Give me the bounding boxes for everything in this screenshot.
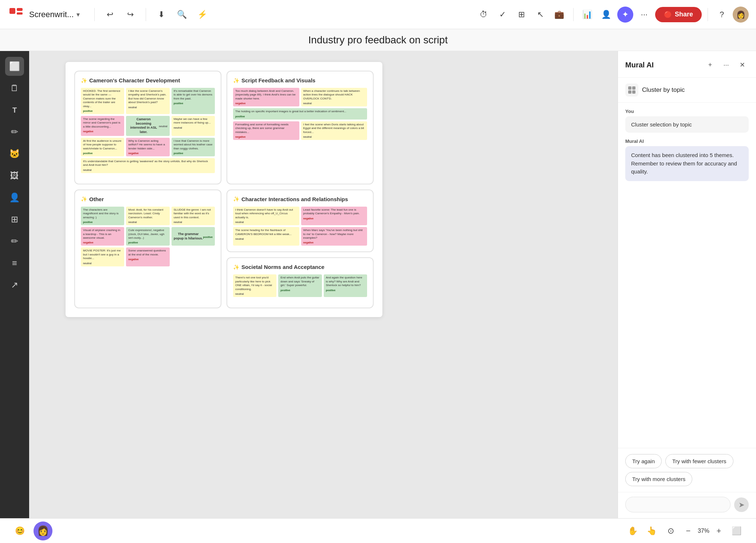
download-button[interactable]: ⬇ bbox=[153, 7, 169, 23]
svg-rect-5 bbox=[628, 90, 631, 94]
app-title: Screenwrit... bbox=[29, 10, 74, 19]
lightning-button[interactable]: ⚡ bbox=[194, 7, 210, 23]
cluster-societal-title: Societal Norms and Acceptance bbox=[233, 264, 367, 270]
zoom-minus-button[interactable]: − bbox=[682, 524, 695, 538]
try-again-button[interactable]: Try again bbox=[625, 454, 662, 468]
cluster-script: Script Feedback and Visuals Too much dia… bbox=[227, 71, 374, 184]
list-item: Cameron becoming interested in ASL later… bbox=[126, 116, 169, 136]
share-icon: 🔴 bbox=[664, 11, 672, 19]
cluster-interactions-stickies: I think Cameron doesn't have to say Andi… bbox=[233, 207, 367, 246]
touch-tool-button[interactable]: 👆 bbox=[644, 523, 660, 539]
briefcase-button[interactable]: 💼 bbox=[551, 7, 567, 23]
search-button[interactable]: 🔍 bbox=[174, 7, 190, 23]
sidebar-item-pen[interactable]: ✏ bbox=[5, 232, 24, 251]
list-item: End when Andi puts the guitar down and s… bbox=[278, 274, 322, 297]
toolbar-divider bbox=[94, 8, 95, 21]
svg-rect-4 bbox=[632, 86, 635, 90]
person-button[interactable]: 👤 bbox=[598, 7, 614, 23]
list-item: It's understandable that Cameron is gett… bbox=[81, 158, 215, 173]
list-item: I feel the scene when Doris starts talki… bbox=[301, 121, 367, 140]
share-button[interactable]: 🔴 Share bbox=[655, 7, 702, 22]
fewer-clusters-button[interactable]: Try with fewer clusters bbox=[665, 454, 733, 468]
help-button[interactable]: ? bbox=[714, 7, 730, 23]
list-item: At first the audience is unsure of how p… bbox=[81, 138, 124, 156]
avatar[interactable]: 👩 bbox=[733, 7, 749, 23]
hand-tool-button[interactable]: ✋ bbox=[625, 523, 641, 539]
sidebar-item-export[interactable]: ↗ bbox=[5, 276, 24, 294]
cluster-cameron-stickies: HOOKED. The first sentence would be the … bbox=[81, 88, 215, 173]
ai-message: Content has been clustered into 5 themes… bbox=[625, 146, 749, 181]
cluster-script-title: Script Feedback and Visuals bbox=[233, 77, 367, 83]
cluster-cameron-title: Cameron's Character Development bbox=[81, 77, 215, 83]
target-tool-button[interactable]: ⊙ bbox=[663, 523, 679, 539]
list-item: The scene regarding the mirror and Camer… bbox=[81, 116, 124, 136]
sidebar-item-image[interactable]: 🖼 bbox=[5, 166, 24, 185]
sidebar-item-list[interactable]: ≡ bbox=[5, 254, 24, 273]
chat-input[interactable] bbox=[625, 497, 731, 512]
list-item: The holding on specific important images… bbox=[233, 108, 367, 119]
cluster-interactions: Character Interactions and Relationships… bbox=[227, 190, 374, 253]
main-layout: ⬜ 🗒 T ✏ 🐱 🖼 👤 ⊞ ✏ ≡ ↗ Cameron's Characte… bbox=[0, 51, 756, 518]
feature-icon bbox=[625, 83, 638, 97]
toolbar-divider-2 bbox=[146, 8, 146, 21]
send-button[interactable]: ➤ bbox=[734, 497, 749, 512]
ai-label: Mural AI bbox=[625, 138, 749, 144]
grid-button[interactable]: ⊞ bbox=[513, 7, 529, 23]
you-label: You bbox=[625, 109, 749, 114]
more-clusters-button[interactable]: Try with more clusters bbox=[625, 472, 692, 486]
sidebar-item-notes[interactable]: 🗒 bbox=[5, 79, 24, 98]
bottom-toolbar: 😊 👩 ✋ 👆 ⊙ − 37% + ⬜ bbox=[0, 518, 756, 543]
more-button[interactable]: ··· bbox=[636, 7, 652, 23]
page-title-bar: Industry pro feedback on script bbox=[0, 29, 756, 51]
panel-add-button[interactable]: + bbox=[704, 58, 717, 71]
ai-button[interactable]: ✦ bbox=[617, 7, 633, 23]
chart-button[interactable]: 📊 bbox=[579, 7, 595, 23]
left-sidebar: ⬜ 🗒 T ✏ 🐱 🖼 👤 ⊞ ✏ ≡ ↗ bbox=[0, 51, 29, 518]
input-area: ➤ bbox=[618, 492, 756, 518]
list-item: Least favorite scene: The least fun one … bbox=[301, 207, 367, 225]
svg-rect-1 bbox=[17, 8, 23, 11]
fullscreen-button[interactable]: ⬜ bbox=[728, 523, 744, 539]
sidebar-item-grid[interactable]: ⊞ bbox=[5, 210, 24, 229]
undo-button[interactable]: ↩ bbox=[102, 7, 118, 23]
sidebar-item-text[interactable]: T bbox=[5, 101, 24, 120]
list-item: The grammar popup is hilarious. positive bbox=[172, 227, 215, 246]
app-logo[interactable] bbox=[7, 6, 25, 23]
panel-close-button[interactable]: ✕ bbox=[736, 58, 749, 71]
list-item: The scene heading for the flashback of C… bbox=[233, 227, 299, 246]
list-item: It's remarkable that Cameron is able to … bbox=[172, 88, 215, 114]
send-icon: ➤ bbox=[739, 500, 745, 509]
list-item: I think Cameron doesn't have to say Andi… bbox=[233, 207, 299, 225]
panel-more-button[interactable]: ··· bbox=[720, 58, 733, 71]
redo-button[interactable]: ↪ bbox=[122, 7, 138, 23]
list-item: Cute expressions!, negative (clock, DUI … bbox=[126, 227, 169, 246]
list-item: When a character continues to talk betwe… bbox=[301, 88, 367, 106]
sidebar-item-panels[interactable]: ⬜ bbox=[5, 57, 24, 76]
clusters-container: Cameron's Character Development HOOKED. … bbox=[74, 71, 374, 308]
check-button[interactable]: ✓ bbox=[495, 7, 511, 23]
cluster-script-stickies: Too much dialog between Andi and Cameron… bbox=[233, 88, 367, 140]
user-message: Cluster selection by topic bbox=[625, 116, 749, 133]
sidebar-item-draw[interactable]: ✏ bbox=[5, 122, 24, 141]
timer-button[interactable]: ⏱ bbox=[476, 7, 492, 23]
canvas-area: Cameron's Character Development HOOKED. … bbox=[29, 51, 618, 518]
list-item: The characters are magnificent and the s… bbox=[81, 207, 124, 225]
list-item: And again the question here is why? Why … bbox=[324, 274, 367, 297]
right-clusters: Character Interactions and Relationships… bbox=[227, 190, 374, 308]
title-area: Screenwrit... ▾ bbox=[29, 10, 80, 19]
avatar-bottom[interactable]: 👩 bbox=[34, 521, 52, 540]
zoom-plus-button[interactable]: + bbox=[712, 524, 725, 538]
bottom-left: 😊 👩 bbox=[12, 521, 52, 540]
right-panel: Mural AI + ··· ✕ Cluster by topic bbox=[618, 51, 756, 518]
svg-rect-3 bbox=[628, 86, 631, 90]
emoji-button[interactable]: 😊 bbox=[12, 523, 28, 539]
list-item: I love that Cameron is more worried abou… bbox=[172, 138, 215, 156]
panel-title: Mural AI bbox=[625, 61, 654, 69]
cursor-button[interactable]: ↖ bbox=[532, 7, 548, 23]
list-item: I like the scene Cameron's empathy and S… bbox=[126, 88, 169, 114]
sidebar-item-people[interactable]: 👤 bbox=[5, 188, 24, 207]
chevron-down-icon[interactable]: ▾ bbox=[76, 11, 80, 19]
cluster-cameron: Cameron's Character Development HOOKED. … bbox=[74, 71, 221, 184]
sidebar-item-shapes[interactable]: 🐱 bbox=[5, 144, 24, 163]
feature-section: Cluster by topic bbox=[618, 78, 756, 103]
